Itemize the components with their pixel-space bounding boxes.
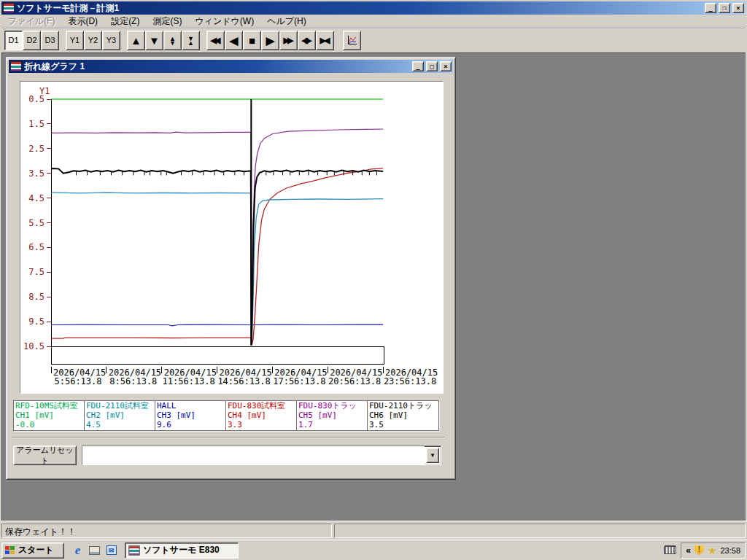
menu-item-4[interactable]: ウィンドウ(W) (188, 14, 260, 29)
compress-horizontal-button[interactable]: ▶◀ (316, 31, 334, 50)
status-bar: 保存ウェイト！！ (0, 521, 747, 540)
scroll-down-button[interactable]: ▼ (145, 31, 163, 50)
svg-text:2.5: 2.5 (28, 144, 44, 154)
step-back-button[interactable]: ◀ (225, 31, 243, 50)
menu-bar: ファイル(F)表示(D)設定(Z)測定(S)ウィンドウ(W)ヘルプ(H) (1, 15, 746, 28)
quick-launch: e ✉ (71, 544, 117, 556)
message-combobox[interactable]: ▼ (82, 446, 441, 465)
svg-text:20:56:13.8: 20:56:13.8 (328, 376, 381, 386)
fast-rewind-button[interactable]: ◀◀ (206, 31, 225, 50)
close-button[interactable]: × (732, 3, 744, 13)
legend-channel-1: RFD-10MS試料室CH1 [mV]-0.0 (14, 401, 85, 430)
svg-text:8.5: 8.5 (28, 292, 44, 302)
mini-chart-icon (346, 34, 358, 47)
toolbar-button-d3[interactable]: D3 (41, 31, 59, 50)
toolbar-button-y2[interactable]: Y2 (84, 31, 102, 50)
svg-text:Y1: Y1 (39, 86, 50, 96)
menu-item-3[interactable]: 測定(S) (146, 14, 188, 29)
svg-text:5.5: 5.5 (28, 218, 44, 228)
channel-legend: RFD-10MS試料室CH1 [mV]-0.0FDU-2110試料室CH2 [m… (13, 400, 439, 431)
taskbar: スタート e ✉ ソフトサーモ E830 « ★ 23:58 (0, 540, 747, 560)
application-window: ソフトサーモ計測－計測1 _ ❐ × ファイル(F)表示(D)設定(Z)測定(S… (0, 0, 747, 560)
fast-forward-button[interactable]: ▶▶ (279, 31, 298, 50)
graph-window-titlebar: 折れ線グラフ 1 _ □ × (9, 60, 453, 73)
start-button[interactable]: スタート (1, 542, 64, 559)
svg-text:6.5: 6.5 (28, 242, 44, 252)
window-title: ソフトサーモ計測－計測1 (17, 2, 703, 15)
legend-channel-6: FDU-2110トラッCH6 [mV]3.5 (368, 401, 438, 430)
internet-explorer-icon[interactable]: e (71, 544, 84, 556)
star-icon[interactable]: ★ (708, 545, 717, 556)
mdi-client-area: 折れ線グラフ 1 _ □ × 0.51.52.53.54.55.56.57.58… (1, 52, 746, 521)
graph-minimize-button[interactable]: _ (412, 61, 424, 71)
controls-separator (12, 437, 445, 438)
minimize-button[interactable]: _ (705, 3, 716, 13)
menu-item-5[interactable]: ヘルプ(H) (260, 14, 313, 29)
show-desktop-icon[interactable] (88, 544, 101, 556)
toolbar: D1D2D3Y1Y2Y3▲▼▲▼▼▲◀◀◀■▶▶▶◀▶▶◀ (1, 28, 746, 52)
svg-text:17:56:13.8: 17:56:13.8 (273, 376, 325, 386)
scroll-up-button[interactable]: ▲ (127, 31, 145, 50)
taskbar-app-icon (128, 545, 139, 555)
main-titlebar: ソフトサーモ計測－計測1 _ ❐ × (1, 1, 746, 15)
svg-text:5:56:13.8: 5:56:13.8 (54, 376, 101, 386)
graph-settings-button[interactable] (343, 31, 361, 50)
svg-text:14:56:13.8: 14:56:13.8 (217, 376, 270, 386)
graph-close-button[interactable]: × (440, 61, 452, 71)
expand-horizontal-button[interactable]: ◀▶ (298, 31, 316, 50)
svg-text:9.5: 9.5 (28, 316, 44, 327)
graph-window-title: 折れ線グラフ 1 (24, 61, 410, 73)
svg-text:11:56:13.8: 11:56:13.8 (163, 376, 215, 386)
windows-logo-icon (5, 546, 15, 555)
system-tray: « ★ 23:58 (664, 542, 746, 559)
legend-channel-5: FDU-830トラッCH5 [mV]1.7 (297, 401, 368, 430)
svg-text:3.5: 3.5 (28, 168, 44, 179)
graph-maximize-button[interactable]: □ (426, 61, 438, 71)
legend-channel-4: FDU-830試料室CH4 [mV]3.3 (226, 401, 297, 430)
combobox-dropdown-icon[interactable]: ▼ (426, 448, 439, 463)
tray-panel: « ★ 23:58 (681, 542, 746, 559)
taskbar-app-button[interactable]: ソフトサーモ E830 (125, 542, 239, 559)
step-forward-button[interactable]: ▶ (261, 31, 279, 50)
alarm-reset-button[interactable]: アラームリセット (13, 446, 77, 465)
start-button-label: スタート (18, 544, 54, 556)
menu-item-2[interactable]: 設定(Z) (104, 14, 146, 29)
status-message: 保存ウェイト！！ (1, 524, 332, 538)
taskbar-clock: 23:58 (720, 546, 740, 555)
outlook-express-icon[interactable]: ✉ (105, 544, 117, 556)
compress-vertical-button[interactable]: ▼▲ (182, 31, 200, 50)
svg-text:23:56:13.8: 23:56:13.8 (384, 376, 436, 386)
stop-button[interactable]: ■ (243, 31, 261, 50)
tray-chevron-icon[interactable]: « (686, 545, 691, 556)
chart-panel: 0.51.52.53.54.55.56.57.58.59.510.5Y12026… (20, 81, 444, 394)
graph-window-client: 0.51.52.53.54.55.56.57.58.59.510.5Y12026… (9, 73, 453, 478)
svg-text:8:56:13.8: 8:56:13.8 (109, 376, 157, 386)
svg-text:10.5: 10.5 (23, 341, 44, 351)
combobox-value[interactable] (82, 446, 425, 464)
keyboard-layout-icon[interactable] (664, 546, 676, 554)
restore-button[interactable]: ❐ (719, 3, 730, 13)
legend-channel-3: HALLCH3 [mV]9.6 (155, 401, 226, 430)
status-panel-secondary (334, 524, 746, 538)
security-shield-icon[interactable] (694, 545, 704, 556)
menu-item-0: ファイル(F) (1, 14, 61, 29)
toolbar-button-y3[interactable]: Y3 (102, 31, 120, 50)
legend-channel-2: FDU-2110試料室CH2 [mV]4.5 (85, 401, 155, 430)
menu-item-1[interactable]: 表示(D) (61, 14, 104, 29)
expand-vertical-button[interactable]: ▲▼ (163, 31, 182, 50)
graph-window: 折れ線グラフ 1 _ □ × 0.51.52.53.54.55.56.57.58… (6, 57, 456, 480)
app-icon (3, 3, 15, 13)
toolbar-button-d2[interactable]: D2 (23, 31, 41, 50)
taskbar-app-label: ソフトサーモ E830 (143, 544, 220, 556)
toolbar-button-d1[interactable]: D1 (4, 31, 23, 50)
toolbar-button-y1[interactable]: Y1 (66, 31, 84, 50)
svg-text:4.5: 4.5 (28, 193, 44, 203)
svg-text:1.5: 1.5 (28, 119, 44, 129)
svg-text:7.5: 7.5 (28, 267, 44, 277)
graph-window-icon (10, 61, 22, 71)
line-chart: 0.51.52.53.54.55.56.57.58.59.510.5Y12026… (20, 82, 443, 393)
